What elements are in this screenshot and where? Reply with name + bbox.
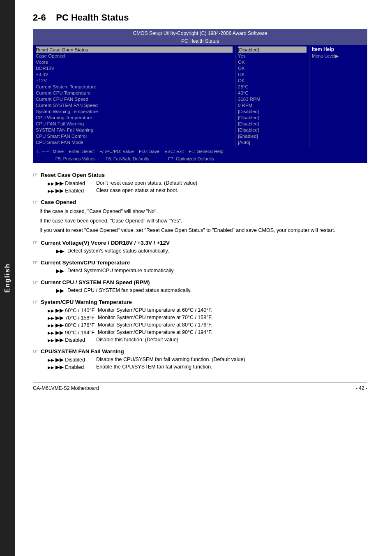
bullet-arrow-current-voltage-0: ▶▶ (56, 248, 64, 254)
cmos-row-label-0: Reset Case Open Status (36, 46, 233, 53)
bullet-label-warning-temp-4: ▶▶ Disabled (48, 337, 93, 343)
bullet-arrow-current-temp-0: ▶▶ (56, 268, 64, 274)
cmos-row-label-2: Vcore (36, 59, 233, 65)
cmos-row-value-6: 25°C (238, 83, 307, 90)
cmos-right-col: Item Help Menu Level▶ (309, 45, 367, 147)
model-label: GA-M61VME-S2 Motherboard (33, 385, 99, 391)
cmos-row-value-2: OK (238, 59, 307, 65)
bullet-desc-warning-temp-0: Monitor System/CPU temperature at 60°C /… (98, 307, 367, 313)
section-reset-case: Reset Case Open Status▶▶ DisabledDon't r… (33, 171, 367, 194)
bullet-current-voltage-0: ▶▶ Detect system's voltage status automa… (48, 248, 367, 254)
bullet-label-fan-fail-0: ▶▶ Disabled (48, 357, 93, 363)
sidebar: English (0, 0, 15, 556)
cmos-left-col: Reset Case Open StatusCase OpenedVcoreDD… (33, 45, 235, 147)
footer-line-2: F5: Previous Values F6: Fail-Safe Defaul… (37, 156, 214, 161)
cmos-center-col: [Disabled]YesOKOKOKOK25°C40°C3183 RPM0 R… (235, 45, 309, 147)
section-current-fan: Current CPU / SYSTEM FAN Speed (RPM)▶▶ D… (33, 279, 367, 294)
bullet-desc-warning-temp-1: Monitor System/CPU temperature at 70°C /… (98, 315, 367, 321)
section-heading-case-opened: Case Opened (33, 199, 367, 205)
cmos-row-value-1: Yes (238, 53, 307, 59)
footer-row-2: F5: Previous Values F6: Fail-Safe Defaul… (37, 156, 364, 161)
section-heading-fan-fail: CPU/SYSTEM FAN Fail Warning (33, 348, 367, 354)
cmos-row-value-0: [Disabled] (238, 46, 307, 53)
bullet-label-warning-temp-3: ▶▶ 90°C / 194°F (48, 329, 95, 336)
bullet-warning-temp-2: ▶▶ 80°C / 176°FMonitor System/CPU temper… (48, 322, 367, 328)
section-heading-current-temp: Current System/CPU Temperature (33, 259, 367, 266)
cmos-row-value-14: [Enabled] (238, 133, 307, 139)
bullet-reset-case-0: ▶▶ DisabledDon't reset case open status.… (48, 180, 367, 186)
cmos-row-label-7: Current CPU Temperature (36, 90, 233, 96)
section-heading-reset-case: Reset Case Open Status (33, 171, 367, 178)
section-current-temp: Current System/CPU Temperature▶▶ Detect … (33, 259, 367, 274)
bullet-desc-warning-temp-4: Disable this function. (Default value) (96, 337, 367, 343)
body-text-case-opened-1: If the case have been opened, "Case Open… (39, 217, 367, 225)
cmos-row-value-4: OK (238, 71, 307, 77)
section-fan-fail: CPU/SYSTEM FAN Fail Warning▶▶ DisabledDi… (33, 348, 367, 370)
bullet-label-warning-temp-2: ▶▶ 80°C / 176°F (48, 322, 95, 328)
section-heading-current-fan: Current CPU / SYSTEM FAN Speed (RPM) (33, 279, 367, 285)
page-title: 2-6 PC Health Status (33, 12, 367, 23)
cmos-row-label-3: DDR18V (36, 65, 233, 71)
section-heading-warning-temp: System/CPU Warning Temperature (33, 299, 367, 305)
cmos-row-label-13: SYSTEM FAN Fail Warning (36, 127, 233, 133)
cmos-row-label-11: CPU Warning Temperature (36, 114, 233, 120)
cmos-row-value-7: 40°C (238, 90, 307, 96)
bullet-label-reset-case-1: ▶▶ Enabled (48, 188, 93, 194)
item-help-text: Menu Level▶ (312, 53, 364, 59)
cmos-row-label-5: +12V (36, 77, 233, 83)
cmos-row-label-9: Current SYSTEM FAN Speed (36, 102, 233, 108)
cmos-footer: ↑↓→←: Move Enter: Select +/-/PU/PD: Valu… (33, 147, 367, 163)
body-text-case-opened-0: If the case is closed, "Case Opened" wil… (39, 207, 367, 215)
cmos-row-label-8: Current CPU FAN Speed (36, 96, 233, 102)
cmos-row-label-4: +3.3V (36, 71, 233, 77)
bullet-desc-current-temp-0: Detect System/CPU temperature automatica… (67, 268, 367, 274)
bullet-reset-case-1: ▶▶ EnabledClear case open status at next… (48, 188, 367, 194)
bullet-warning-temp-4: ▶▶ DisabledDisable this function. (Defau… (48, 337, 367, 343)
bullet-desc-current-voltage-0: Detect system's voltage status automatic… (67, 248, 367, 254)
bullet-warning-temp-1: ▶▶ 70°C / 158°FMonitor System/CPU temper… (48, 315, 367, 321)
section-case-opened: Case OpenedIf the case is closed, "Case … (33, 199, 367, 234)
bullet-label-reset-case-0: ▶▶ Disabled (48, 180, 93, 186)
cmos-subheader: PC Health Status (33, 37, 367, 45)
bullet-warning-temp-3: ▶▶ 90°C / 194°FMonitor System/CPU temper… (48, 329, 367, 336)
bullet-label-fan-fail-1: ▶▶ Enabled (48, 364, 93, 370)
bullet-desc-reset-case-1: Clear case open status at next boot. (96, 188, 367, 194)
bullet-desc-warning-temp-3: Monitor System/CPU temperature at 90°C /… (98, 329, 367, 336)
bullet-desc-fan-fail-0: Disable the CPU/SYSEM fan fail warning f… (96, 357, 367, 363)
cmos-row-label-12: CPU FAN Fail Warning (36, 120, 233, 127)
bullet-arrow-current-fan-0: ▶▶ (56, 287, 64, 294)
cmos-row-label-1: Case Opened (36, 53, 233, 59)
bullet-current-fan-0: ▶▶ Detect CPU / SYSTEM fan speed status … (48, 287, 367, 294)
item-help-title: Item Help (312, 46, 364, 52)
content-sections: Reset Case Open Status▶▶ DisabledDon't r… (33, 171, 367, 370)
cmos-body: Reset Case Open StatusCase OpenedVcoreDD… (33, 45, 367, 147)
bullet-warning-temp-0: ▶▶ 60°C / 140°FMonitor System/CPU temper… (48, 307, 367, 313)
sidebar-label: English (4, 263, 11, 293)
body-text-case-opened-2: If you want to reset "Case Opened" value… (39, 226, 367, 234)
bullet-label-warning-temp-0: ▶▶ 60°C / 140°F (48, 307, 95, 313)
footer-row-1: ↑↓→←: Move Enter: Select +/-/PU/PD: Valu… (37, 149, 364, 154)
cmos-row-label-14: CPU Smart FAN Control (36, 133, 233, 139)
page-footer: GA-M61VME-S2 Motherboard - 42 - (33, 382, 367, 391)
cmos-row-value-10: [Disabled] (238, 108, 307, 114)
bullet-label-warning-temp-1: ▶▶ 70°C / 158°F (48, 315, 95, 321)
cmos-row-label-10: System Warning Temperature (36, 108, 233, 114)
cmos-header: CMOS Setup Utility-Copyright (C) 1984-20… (33, 29, 367, 37)
cmos-row-value-8: 3183 RPM (238, 96, 307, 102)
section-warning-temp: System/CPU Warning Temperature▶▶ 60°C / … (33, 299, 367, 343)
cmos-row-value-15: [Auto] (238, 139, 307, 145)
page-number: - 42 - (356, 385, 367, 391)
section-current-voltage: Current Voltage(V) Vcore / DDR18V / +3.3… (33, 239, 367, 254)
bullet-fan-fail-0: ▶▶ DisabledDisable the CPU/SYSEM fan fai… (48, 357, 367, 363)
footer-line-1: ↑↓→←: Move Enter: Select +/-/PU/PD: Valu… (37, 149, 223, 154)
bullet-desc-current-fan-0: Detect CPU / SYSTEM fan speed status aut… (67, 287, 367, 294)
cmos-row-value-9: 0 RPM (238, 102, 307, 108)
cmos-row-value-11: [Disabled] (238, 114, 307, 120)
bullet-desc-reset-case-0: Don't reset case open status. (Default v… (96, 180, 367, 186)
cmos-row-value-13: [Disabled] (238, 127, 307, 133)
bullet-current-temp-0: ▶▶ Detect System/CPU temperature automat… (48, 268, 367, 274)
cmos-box: CMOS Setup Utility-Copyright (C) 1984-20… (33, 29, 367, 163)
cmos-row-value-12: [Disabled] (238, 120, 307, 127)
cmos-row-value-3: OK (238, 65, 307, 71)
bullet-fan-fail-1: ▶▶ EnabledEnable the CPU/SYSTEM fan fail… (48, 364, 367, 370)
